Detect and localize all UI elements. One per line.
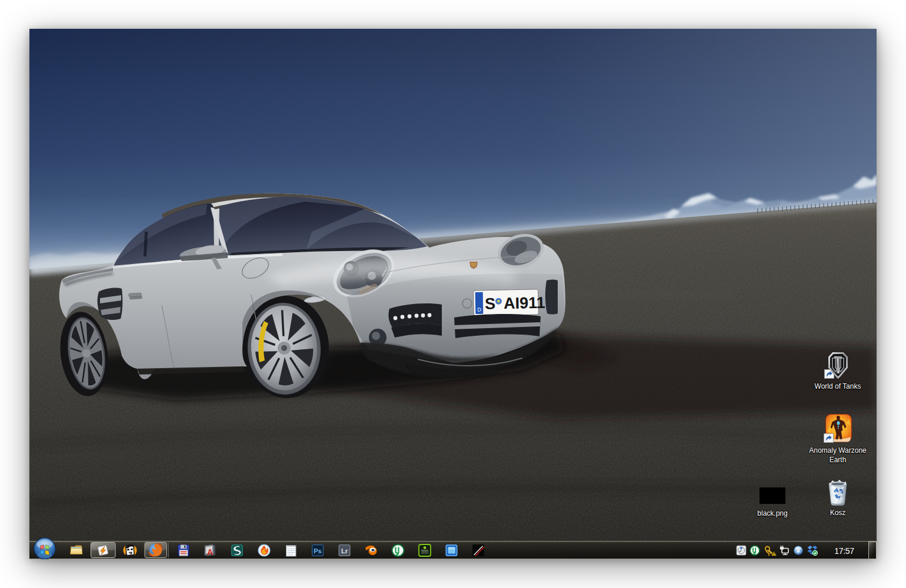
svg-text:D: D	[477, 307, 481, 313]
svg-text:A: A	[207, 547, 213, 557]
svg-text:S: S	[485, 295, 496, 312]
svg-text:AI: AI	[504, 295, 520, 312]
svg-text:Lr: Lr	[341, 547, 348, 554]
svg-text:Ps: Ps	[314, 547, 321, 554]
svg-text:911: 911	[519, 294, 545, 312]
